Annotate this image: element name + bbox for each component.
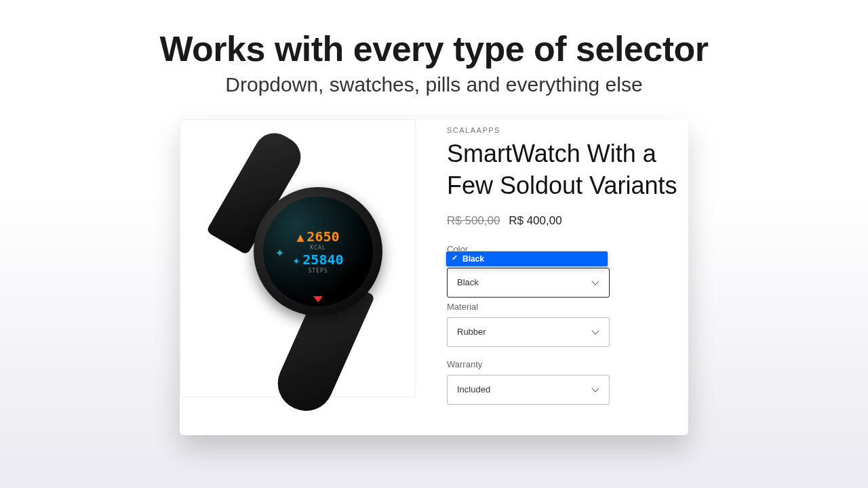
option-label-warranty: Warranty xyxy=(447,359,682,369)
material-select[interactable]: Rubber xyxy=(447,317,610,347)
option-material: Material Rubber xyxy=(447,302,682,347)
product-brand: SCALAAPPS xyxy=(447,126,682,134)
color-dropdown-open[interactable]: Black xyxy=(446,251,608,267)
page-headline: Works with every type of selector xyxy=(0,28,868,69)
color-select[interactable]: Black xyxy=(447,268,610,298)
chevron-down-icon xyxy=(593,386,599,393)
flame-icon: ▲ xyxy=(296,230,304,244)
smartwatch-illustration: ✦ ▲ 2650 KCAL ✦ 25840 STEPS xyxy=(189,123,406,394)
kcal-label: KCAL xyxy=(310,245,326,251)
product-title: SmartWatch With a Few Soldout Variants xyxy=(447,138,682,202)
runner-icon: ✦ xyxy=(275,243,284,260)
option-warranty: Warranty Included xyxy=(447,359,682,405)
price-row: R$ 500,00 R$ 400,00 xyxy=(447,214,682,228)
color-option-black[interactable]: Black xyxy=(446,251,608,266)
steps-label: STEPS xyxy=(308,268,328,274)
page-subhead: Dropdown, swatches, pills and everything… xyxy=(0,73,868,96)
product-image: ✦ ▲ 2650 KCAL ✦ 25840 STEPS xyxy=(180,119,416,397)
warranty-select-value: Included xyxy=(457,384,490,394)
option-color: Color Black Black xyxy=(447,244,682,289)
triangle-down-icon xyxy=(313,296,323,302)
material-select-value: Rubber xyxy=(457,327,486,337)
option-label-material: Material xyxy=(447,302,682,312)
sale-price: R$ 400,00 xyxy=(509,214,561,227)
warranty-select[interactable]: Included xyxy=(447,375,610,405)
product-details: SCALAAPPS SmartWatch With a Few Soldout … xyxy=(447,126,688,435)
color-select-value: Black xyxy=(457,277,479,287)
steps-value: 25840 xyxy=(302,251,343,268)
steps-icon: ✦ xyxy=(292,253,300,267)
compare-at-price: R$ 500,00 xyxy=(447,214,500,227)
product-card: ✦ ▲ 2650 KCAL ✦ 25840 STEPS SCALAAPPS Sm… xyxy=(180,119,688,435)
chevron-down-icon xyxy=(593,279,599,286)
kcal-value: 2650 xyxy=(307,228,339,245)
chevron-down-icon xyxy=(593,329,599,336)
